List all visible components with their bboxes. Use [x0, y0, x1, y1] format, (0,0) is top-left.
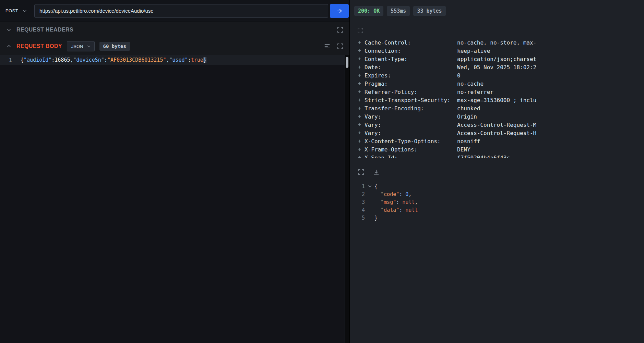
header-value: no-cache: [457, 81, 644, 87]
header-name: Vary:: [365, 130, 457, 136]
expand-header-button[interactable]: +: [358, 105, 365, 111]
header-name: Pragma:: [365, 81, 457, 87]
response-header-row: +Transfer-Encoding:chunked: [350, 104, 644, 112]
fullscreen-icon[interactable]: [358, 167, 364, 177]
header-value: Origin: [457, 113, 644, 120]
expand-header-button[interactable]: +: [358, 39, 365, 46]
expand-header-button[interactable]: +: [358, 48, 365, 54]
header-value: nosniff: [457, 138, 644, 145]
response-status-bar: 200: OK 553ms 33 bytes: [350, 0, 644, 22]
header-value: max-age=31536000 ; inclu: [457, 97, 644, 103]
response-body-toolbar: [350, 158, 644, 177]
api-client-window: POST REQUEST HEADERS: [0, 0, 644, 343]
request-body-section: REQUEST BODY JSON 60 bytes: [0, 38, 349, 55]
expand-header-button[interactable]: +: [358, 146, 365, 152]
response-size-badge: 33 bytes: [413, 6, 445, 16]
header-name: Referrer-Policy:: [365, 89, 457, 95]
response-header-row: +Date:Wed, 05 Nov 2025 18:02:2: [350, 63, 644, 71]
request-body-code: {"audioId":16865,"deviceSn":"AF03013CDB6…: [21, 57, 206, 63]
expand-header-button[interactable]: +: [358, 81, 365, 87]
format-icon[interactable]: [324, 43, 330, 49]
header-name: Strict-Transport-Security:: [365, 97, 457, 103]
response-header-row: +X-Content-Type-Options:nosniff: [350, 137, 644, 145]
send-arrow-icon: [336, 8, 343, 14]
method-select[interactable]: POST: [0, 0, 34, 22]
expand-header-button[interactable]: +: [358, 122, 365, 128]
header-value: 0: [457, 72, 644, 79]
expand-header-button[interactable]: +: [358, 56, 365, 62]
response-body-code: "code": 0,: [374, 191, 412, 197]
response-header-row: +Connection:keep-alive: [350, 47, 644, 55]
response-headers-pane[interactable]: +Cache-Control:no-cache, no-store, max-+…: [350, 22, 644, 158]
request-body-title: REQUEST BODY: [16, 43, 62, 49]
fullscreen-icon[interactable]: [337, 27, 343, 33]
header-name: X-Frame-Options:: [365, 146, 457, 153]
response-body-code: }: [374, 215, 378, 221]
fullscreen-icon[interactable]: [357, 27, 363, 34]
editor-scrollbar-track: [345, 55, 349, 343]
response-body-code: {: [374, 183, 378, 189]
line-number: 4: [350, 207, 365, 213]
download-icon[interactable]: [373, 167, 380, 177]
editor-scrollbar-thumb[interactable]: [346, 57, 348, 68]
chevron-down-icon[interactable]: [6, 27, 12, 33]
expand-header-button[interactable]: +: [358, 97, 365, 103]
url-input[interactable]: [34, 4, 328, 18]
header-name: Expires:: [365, 72, 457, 79]
response-body-code: "data": null: [374, 207, 418, 213]
chevron-up-icon[interactable]: [6, 44, 12, 49]
status-badge: 200: OK: [354, 6, 383, 16]
body-type-select[interactable]: JSON: [67, 41, 95, 51]
divider: [378, 190, 644, 190]
header-name: Date:: [365, 64, 457, 71]
request-body-actions: [324, 43, 343, 49]
line-number: 3: [350, 199, 365, 205]
chevron-down-icon: [22, 9, 27, 13]
expand-header-button[interactable]: +: [358, 130, 365, 136]
fullscreen-icon[interactable]: [337, 43, 343, 49]
response-header-row: +Vary:Access-Control-Request-M: [350, 121, 644, 129]
method-label: POST: [5, 8, 18, 13]
request-headers-title: REQUEST HEADERS: [16, 27, 73, 33]
response-headers-toolbar: [350, 22, 644, 38]
line-number: 1: [0, 57, 21, 63]
body-type-label: JSON: [71, 44, 83, 49]
fold-chevron-icon[interactable]: [365, 184, 374, 188]
expand-header-button[interactable]: +: [358, 64, 365, 70]
line-number: 5: [350, 215, 365, 221]
request-panel: POST REQUEST HEADERS: [0, 0, 349, 343]
response-body-viewer[interactable]: 1{2 "code": 0,3 "msg": null,4 "data": nu…: [350, 182, 644, 222]
header-value: Wed, 05 Nov 2025 18:02:2: [457, 64, 644, 71]
response-body-line: 3 "msg": null,: [350, 198, 644, 206]
request-body-size-badge: 60 bytes: [99, 42, 130, 51]
expand-header-button[interactable]: +: [358, 72, 365, 78]
header-value: f7f50204b4a6f43c: [457, 155, 644, 159]
response-header-row: +X-Frame-Options:DENY: [350, 145, 644, 154]
line-number: 1: [350, 183, 365, 189]
expand-header-button[interactable]: +: [358, 89, 365, 95]
header-name: Vary:: [365, 122, 457, 128]
response-header-row: +Expires:0: [350, 71, 644, 79]
header-name: Cache-Control:: [365, 39, 457, 46]
expand-header-button[interactable]: +: [358, 113, 365, 120]
response-header-row: +Content-Type:application/json;charset: [350, 55, 644, 63]
response-body-line: 5}: [350, 214, 644, 222]
request-url-bar: POST: [0, 0, 349, 22]
expand-header-button[interactable]: +: [358, 138, 365, 144]
send-button[interactable]: [330, 4, 349, 18]
header-name: Content-Type:: [365, 56, 457, 62]
line-number: 2: [350, 191, 365, 197]
response-panel: 200: OK 553ms 33 bytes +Cache-Control:no…: [349, 0, 644, 343]
header-value: DENY: [457, 146, 644, 153]
header-value: keep-alive: [457, 48, 644, 54]
chevron-down-icon: [87, 44, 91, 48]
request-body-line: 1 {"audioId":16865,"deviceSn":"AF03013CD…: [0, 55, 345, 65]
header-name: Transfer-Encoding:: [365, 105, 457, 112]
header-name: Connection:: [365, 48, 457, 54]
request-body-editor[interactable]: 1 {"audioId":16865,"deviceSn":"AF03013CD…: [0, 55, 349, 343]
header-value: no-cache, no-store, max-: [457, 39, 644, 46]
header-value: chunked: [457, 105, 644, 112]
request-headers-section: REQUEST HEADERS: [0, 22, 349, 38]
response-body-line: 1{: [350, 182, 644, 190]
expand-header-button[interactable]: +: [358, 155, 365, 158]
